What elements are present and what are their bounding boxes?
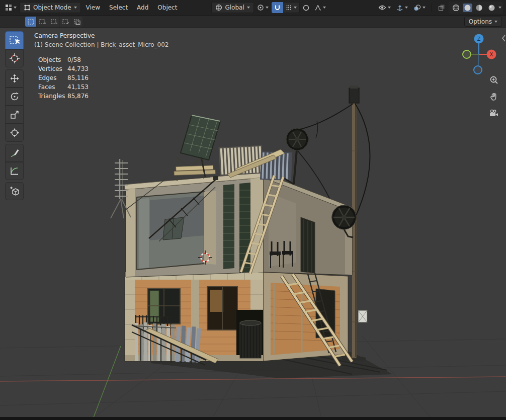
proportional-editing-toggle[interactable] [301, 2, 311, 13]
gizmo-axis-y-neg[interactable] [463, 50, 471, 58]
shading-rendered-button[interactable] [486, 2, 497, 13]
chevron-down-icon [74, 7, 77, 9]
shading-solid-icon [464, 4, 471, 12]
sidebar-toggle[interactable] [501, 34, 506, 44]
select-mode-group [25, 17, 82, 27]
chevron-down-icon [494, 21, 497, 23]
orientation-label: Global [225, 4, 244, 11]
tool-cursor[interactable] [5, 49, 24, 67]
wire-bin [240, 320, 261, 358]
xray-toggle[interactable] [436, 2, 447, 13]
stat-objects: Objects 0/58 [38, 55, 89, 64]
viewport-header: Object Mode View Select Add Object Globa… [0, 0, 506, 15]
shading-rendered-icon [488, 4, 495, 12]
proportional-falloff-dropdown[interactable] [312, 2, 328, 13]
gizmos-dropdown[interactable] [394, 2, 410, 13]
stat-faces: Faces 41,153 [38, 82, 89, 92]
chevron-down-icon [323, 7, 326, 9]
select-mode-intersect[interactable] [71, 17, 82, 27]
pivot-point-icon [257, 4, 264, 11]
chevron-down-icon [388, 7, 391, 9]
blender-window: Object Mode View Select Add Object Globa… [0, 0, 506, 420]
tool-select-box[interactable] [5, 31, 24, 49]
options-label: Options [469, 18, 492, 25]
shading-solid-button[interactable] [463, 4, 472, 12]
zoom-button[interactable] [488, 74, 499, 86]
move-icon [10, 73, 20, 83]
tool-rotate[interactable] [5, 88, 24, 106]
pan-button[interactable] [488, 91, 499, 102]
chevron-down-icon [294, 7, 297, 9]
tool-measure[interactable] [5, 162, 24, 180]
gizmo-axis-z-neg[interactable] [474, 66, 482, 74]
select-mode-new[interactable] [25, 17, 36, 27]
overlays-dropdown[interactable] [411, 2, 428, 13]
chevron-down-icon [498, 7, 501, 9]
chevron-down-icon [247, 7, 250, 9]
tool-transform[interactable] [5, 124, 24, 142]
gizmo-icon [396, 4, 403, 11]
falloff-curve-icon [314, 5, 321, 11]
shading-mode-group [449, 2, 503, 14]
snap-grid-icon [286, 5, 292, 11]
shading-wireframe-button[interactable] [450, 2, 462, 13]
building-upper-storey [125, 173, 352, 277]
tool-move[interactable] [5, 69, 24, 88]
chevron-left-icon [501, 34, 506, 42]
pivot-point-dropdown[interactable] [255, 2, 271, 13]
axis-y-line [93, 346, 121, 417]
viewport-side-controls [488, 74, 499, 119]
orientation-global-icon [215, 4, 222, 11]
select-mode-subtract[interactable] [48, 17, 59, 27]
snap-target-dropdown[interactable] [283, 2, 300, 13]
tool-annotate[interactable] [5, 144, 24, 162]
options-dropdown[interactable]: Options [464, 17, 502, 27]
select-mode-extend[interactable] [37, 17, 48, 27]
shading-material-button[interactable] [473, 2, 485, 13]
scene-stats: Objects 0/58 Vertices 44,733 Edges 85,11… [38, 55, 89, 101]
menu-view[interactable]: View [82, 3, 104, 13]
chevron-down-icon [14, 7, 17, 9]
gizmo-z-label: Z [477, 36, 481, 42]
stat-triangles: Triangles 85,876 [38, 92, 89, 101]
separator [432, 4, 432, 12]
measure-icon [10, 166, 20, 176]
add-cube-icon [10, 186, 20, 196]
viewport-info: Camera Perspective (1) Scene Collection … [34, 31, 168, 49]
3d-viewport[interactable]: Camera Perspective (1) Scene Collection … [0, 28, 506, 417]
cursor-tool-icon [9, 53, 20, 64]
view-label: Camera Perspective [34, 31, 168, 40]
mode-label: Object Mode [33, 4, 71, 11]
scale-icon [10, 110, 20, 120]
select-mode-invert[interactable] [60, 17, 71, 27]
menu-object[interactable]: Object [153, 3, 181, 13]
rotate-icon [10, 92, 20, 102]
eye-icon [378, 5, 386, 11]
tool-settings-bar: Options [0, 15, 506, 28]
object-mode-icon [24, 4, 31, 11]
toolbar [5, 31, 24, 200]
tool-add-cube[interactable] [5, 182, 24, 200]
transform-orientation-dropdown[interactable]: Global [211, 2, 254, 13]
magnet-icon [274, 5, 281, 11]
navigation-gizmo[interactable]: Z X [456, 30, 502, 76]
menu-select[interactable]: Select [105, 3, 132, 13]
visibility-dropdown[interactable] [376, 2, 393, 13]
chevron-down-icon [423, 7, 426, 9]
proportional-editing-icon [303, 5, 309, 11]
menu-add[interactable]: Add [133, 3, 152, 13]
shading-material-icon [475, 4, 483, 12]
chevron-down-icon [405, 7, 408, 9]
camera-view-button[interactable] [488, 108, 499, 119]
snap-controls [272, 2, 300, 13]
editor-type-button[interactable] [3, 2, 19, 13]
snap-toggle-button[interactable] [272, 2, 283, 13]
shading-wireframe-icon [452, 4, 460, 12]
tool-scale[interactable] [5, 106, 24, 124]
annotate-pen-icon [10, 148, 20, 158]
chevron-down-icon [266, 7, 269, 9]
axis-x-line [0, 377, 506, 381]
mode-dropdown[interactable]: Object Mode [20, 2, 81, 13]
stat-edges: Edges 85,116 [38, 73, 89, 82]
camera-icon [489, 109, 499, 117]
